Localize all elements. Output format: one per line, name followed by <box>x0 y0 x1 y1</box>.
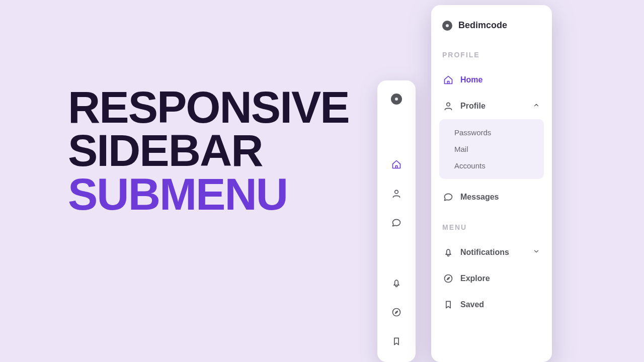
sidebar-item-notifications[interactable]: Notifications <box>439 241 544 263</box>
submenu-item-passwords[interactable]: Passwords <box>439 124 544 141</box>
mini-item-saved[interactable] <box>377 327 416 356</box>
sidebar-item-home[interactable]: Home <box>439 69 544 91</box>
chevron-up-icon <box>533 102 540 111</box>
sidebar-collapsed <box>377 80 416 362</box>
svg-point-1 <box>393 309 400 316</box>
sidebar-item-label: Notifications <box>460 248 509 257</box>
sidebar-item-label: Explore <box>460 274 490 283</box>
submenu-item-mail[interactable]: Mail <box>439 141 544 157</box>
chat-icon <box>391 218 401 228</box>
sidebar-item-label: Messages <box>460 193 499 202</box>
user-icon <box>443 101 453 111</box>
sidebar-item-label: Home <box>460 75 482 84</box>
headline-line-2: SIDEBAR <box>68 129 349 172</box>
mini-item-explore[interactable] <box>377 298 416 327</box>
headline-line-1: RESPONSIVE <box>68 85 349 129</box>
mini-item-home[interactable] <box>377 150 416 179</box>
bookmark-icon <box>391 336 401 346</box>
logo-icon <box>442 21 452 31</box>
compass-icon <box>391 307 401 317</box>
bookmark-icon <box>443 300 453 310</box>
sidebar-item-profile[interactable]: Profile <box>439 95 544 117</box>
mini-item-messages[interactable] <box>377 208 416 237</box>
mini-item-profile[interactable] <box>377 179 416 208</box>
sidebar-item-label: Profile <box>460 102 486 111</box>
sidebar-item-saved[interactable]: Saved <box>439 294 544 316</box>
brand[interactable]: Bedimcode <box>439 16 544 31</box>
compass-icon <box>443 274 453 284</box>
mini-item-notifications[interactable] <box>377 268 416 298</box>
headline-line-3: SUBMENU <box>68 172 349 216</box>
home-icon <box>391 159 401 169</box>
sidebar-item-explore[interactable]: Explore <box>439 267 544 290</box>
bell-icon <box>391 278 401 288</box>
user-icon <box>391 189 401 199</box>
sidebar-item-messages[interactable]: Messages <box>439 186 544 208</box>
section-title-menu: MENU <box>439 223 544 231</box>
svg-point-2 <box>447 103 450 106</box>
chevron-down-icon <box>533 248 540 257</box>
headline: RESPONSIVE SIDEBAR SUBMENU <box>68 85 349 216</box>
chat-icon <box>443 192 453 202</box>
bell-icon <box>443 247 453 257</box>
submenu-profile: Passwords Mail Accounts <box>439 119 544 179</box>
home-icon <box>443 75 453 85</box>
svg-point-0 <box>395 190 398 194</box>
logo-icon <box>391 94 402 105</box>
brand-name: Bedimcode <box>458 20 507 31</box>
sidebar-item-label: Saved <box>460 300 484 309</box>
section-title-profile: PROFILE <box>439 51 544 59</box>
submenu-item-accounts[interactable]: Accounts <box>439 157 544 174</box>
sidebar-expanded: Bedimcode PROFILE Home Profile Passwords… <box>431 5 552 362</box>
svg-point-3 <box>445 275 452 283</box>
